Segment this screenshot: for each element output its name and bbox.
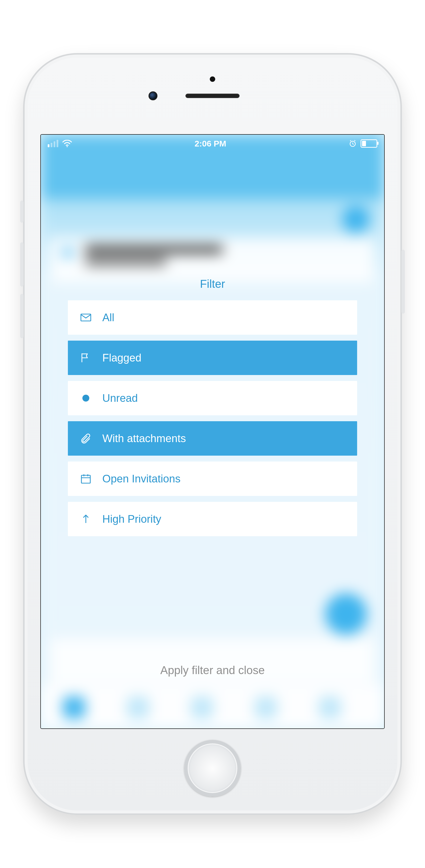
earpiece-speaker (186, 94, 239, 98)
arrow-up-icon (79, 513, 92, 526)
flag-icon (79, 351, 92, 365)
filter-option-all[interactable]: All (68, 300, 357, 335)
screen: 2:06 PM Filter (40, 134, 385, 729)
side-button-power (401, 250, 405, 314)
filter-sheet: Filter All (68, 277, 357, 542)
filter-option-label: Flagged (102, 352, 141, 364)
envelope-icon (79, 311, 92, 324)
filter-option-flagged[interactable]: Flagged (68, 341, 357, 375)
battery-icon (361, 140, 377, 148)
filter-option-label: Open Invitations (102, 473, 180, 485)
stage: 2:06 PM Filter (0, 0, 425, 868)
svg-rect-2 (81, 314, 91, 321)
phone-device-frame: 2:06 PM Filter (23, 53, 402, 815)
sheet-title: Filter (68, 277, 357, 290)
side-button-silent (20, 200, 24, 223)
apply-filter-button[interactable]: Apply filter and close (41, 663, 384, 677)
filter-option-high-priority[interactable]: High Priority (68, 502, 357, 536)
filter-option-label: Unread (102, 392, 138, 404)
filter-option-label: High Priority (102, 513, 161, 525)
filter-option-attachments[interactable]: With attachments (68, 421, 357, 456)
filter-option-invitations[interactable]: Open Invitations (68, 462, 357, 496)
side-button-volume-up (20, 242, 24, 286)
filter-option-label: With attachments (102, 432, 186, 444)
cell-signal-icon (48, 140, 58, 147)
unread-dot-icon (79, 392, 92, 405)
svg-point-0 (67, 146, 68, 147)
wifi-icon (62, 140, 72, 147)
filter-option-label: All (102, 311, 114, 324)
alarm-icon (349, 140, 357, 148)
status-bar: 2:06 PM (41, 135, 384, 152)
svg-rect-3 (81, 475, 90, 483)
calendar-icon (79, 472, 92, 485)
home-button[interactable] (184, 740, 241, 797)
filter-option-unread[interactable]: Unread (68, 381, 357, 415)
paperclip-icon (79, 432, 92, 445)
side-button-volume-down (20, 294, 24, 338)
front-camera (148, 91, 158, 100)
status-time: 2:06 PM (195, 139, 226, 149)
proximity-sensor (210, 76, 215, 82)
